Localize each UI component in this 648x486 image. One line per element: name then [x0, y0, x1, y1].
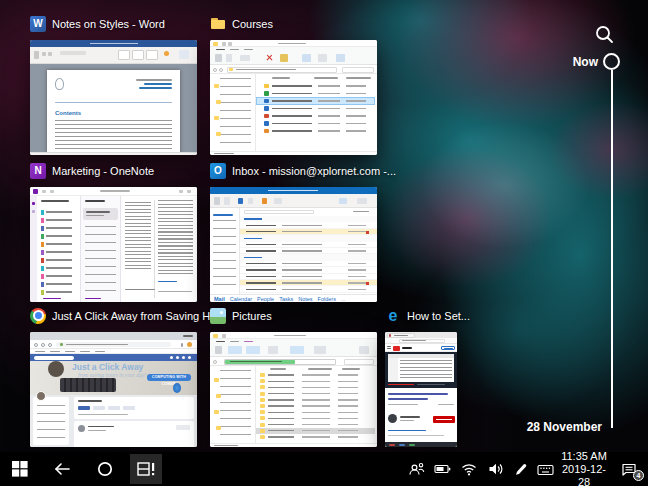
word-ribbon [30, 47, 197, 64]
banner-title-text: Just a Click Away [72, 363, 143, 372]
onenote-window-preview[interactable] [30, 187, 197, 302]
onenote-sections-pane [37, 196, 81, 302]
search-icon [594, 24, 616, 46]
outlook-message-list [240, 208, 377, 294]
page-footer-strip [385, 442, 457, 447]
window-title: Notes on Styles - Word [52, 18, 165, 30]
word-icon: W [30, 16, 46, 32]
word-logo [55, 78, 64, 90]
folder-icon [210, 16, 226, 32]
subscribe-button[interactable] [433, 416, 455, 423]
word-title-bar [30, 40, 197, 47]
cortana-button[interactable] [84, 452, 126, 486]
chrome-icon [30, 308, 46, 324]
banner-badge: COMPUTING WITH CONNIE [147, 374, 191, 381]
youtube-header [385, 344, 457, 352]
word-document-area: Contents [30, 64, 197, 152]
facebook-cover-banner: Just a Click Away from saving hours in y… [30, 361, 197, 395]
explorer-file-list [256, 74, 377, 151]
pictures-window-preview[interactable] [210, 332, 377, 447]
thumbnail-header: O Inbox - mission@xplornet.com -... [210, 162, 377, 179]
thumbnail-header: N Marketing - OneNote [30, 162, 197, 179]
clock-time: 11:35 AM [558, 450, 610, 463]
people-tray-button[interactable] [403, 452, 429, 486]
task-thumbnail-chrome[interactable]: Just A Click Away from Saving Ho... [30, 307, 197, 447]
video-info [385, 390, 457, 447]
pictures-icon [210, 308, 226, 324]
back-button[interactable] [40, 452, 84, 486]
task-view-screen: W Notes on Styles - Word [0, 0, 648, 486]
taskbar: 11:35 AM 2019-12-28 4 [0, 452, 648, 486]
timeline-search-button[interactable] [594, 24, 616, 46]
chrome-avatar [187, 342, 192, 347]
battery-icon [434, 461, 451, 477]
outlook-window-preview[interactable]: Mail Calendar People Tasks Notes Folders… [210, 187, 377, 302]
window-title: How to Set... [407, 310, 470, 322]
word-status-bar [30, 152, 197, 155]
edge-window-preview[interactable] [385, 332, 457, 447]
task-view-button[interactable] [126, 452, 166, 486]
explorer-status-bar [210, 151, 377, 155]
task-thumbnail-word[interactable]: W Notes on Styles - Word [30, 15, 197, 155]
task-thumbnail-onenote[interactable]: N Marketing - OneNote [30, 162, 197, 302]
task-thumbnail-pictures[interactable]: Pictures [210, 307, 377, 447]
edge-icon: e [385, 308, 401, 324]
volume-tray-button[interactable] [482, 452, 509, 486]
outlook-nav-mail[interactable]: Mail [214, 295, 225, 303]
outlook-nav-more[interactable]: ... [341, 295, 346, 303]
windows-logo-icon [12, 461, 28, 477]
action-center-button[interactable]: 4 [610, 452, 648, 486]
explorer-nav-pane [210, 74, 256, 151]
outlook-title-bar [210, 187, 377, 194]
explorer-window-preview[interactable] [210, 40, 377, 155]
touch-keyboard-tray-button[interactable] [532, 452, 558, 486]
start-button[interactable] [0, 452, 40, 486]
word-page: Contents [47, 70, 180, 155]
task-view-active-highlight [130, 454, 162, 484]
task-thumbnail-outlook[interactable]: O Inbox - mission@xplornet.com -... [210, 162, 377, 302]
outlook-nav-calendar[interactable]: Calendar [230, 295, 252, 303]
word-window-preview[interactable]: Contents [30, 40, 197, 155]
timeline-now-marker[interactable] [603, 53, 620, 70]
wifi-icon [461, 461, 477, 477]
outlook-nav-people[interactable]: People [257, 295, 274, 303]
timeline-date-label[interactable]: 28 November [518, 420, 602, 434]
timeline-now-label: Now [566, 55, 598, 69]
network-tray-button[interactable] [456, 452, 482, 486]
outlook-nav-tasks[interactable]: Tasks [279, 295, 293, 303]
window-title: Pictures [232, 310, 272, 322]
clock-date: 2019-12-28 [558, 463, 610, 486]
keyboard-icon [537, 462, 554, 477]
pen-tray-button[interactable] [509, 452, 532, 486]
notification-count-badge: 4 [633, 470, 644, 481]
chrome-window-preview[interactable]: Just a Click Away from saving hours in y… [30, 332, 197, 447]
timeline-scrollbar[interactable] [611, 70, 613, 428]
chrome-address-bar [56, 342, 171, 347]
thumbnail-header: W Notes on Styles - Word [30, 15, 197, 32]
cortana-circle-icon [97, 461, 113, 477]
onenote-left-rail [30, 196, 37, 302]
delete-icon [266, 54, 273, 61]
onenote-page-content [121, 196, 197, 302]
explorer-ribbon [210, 47, 377, 65]
outlook-ribbon [210, 194, 377, 208]
explorer-nav-pane [210, 366, 256, 443]
task-thumbnail-courses[interactable]: Courses [210, 15, 377, 155]
window-title: Just A Click Away from Saving Ho... [52, 310, 225, 322]
task-thumbnail-edge[interactable]: e How to Set... [385, 307, 457, 447]
facebook-header [30, 354, 197, 361]
battery-tray-button[interactable] [429, 452, 456, 486]
outlook-nav-folders[interactable]: Folders [318, 295, 336, 303]
thumbnail-header: Pictures [210, 307, 377, 324]
explorer-title-bar [210, 332, 377, 339]
back-arrow-icon [53, 461, 71, 477]
thumbnail-header: Courses [210, 15, 377, 32]
onenote-icon: N [30, 163, 46, 179]
explorer-file-list [256, 366, 377, 443]
taskbar-clock[interactable]: 11:35 AM 2019-12-28 [558, 452, 610, 486]
word-contents-heading: Contents [55, 110, 81, 116]
chrome-tab-strip [30, 332, 197, 340]
video-player[interactable] [385, 352, 457, 388]
video-frame [388, 354, 454, 382]
outlook-nav-notes[interactable]: Notes [298, 295, 312, 303]
